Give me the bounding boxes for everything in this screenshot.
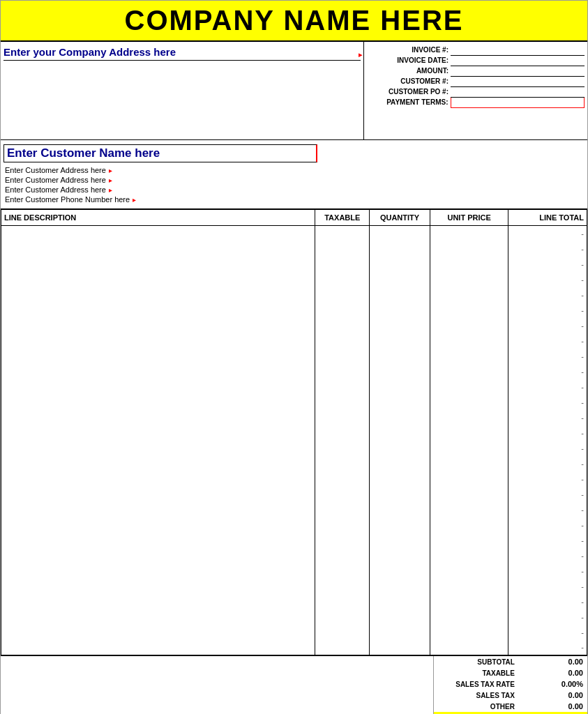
row-quantity[interactable] xyxy=(370,257,430,272)
row-description[interactable] xyxy=(1,303,315,318)
row-description[interactable] xyxy=(1,579,315,594)
row-unitprice[interactable] xyxy=(430,379,508,395)
row-quantity[interactable] xyxy=(370,425,430,441)
row-linetotal[interactable]: - xyxy=(508,609,587,625)
row-unitprice[interactable] xyxy=(430,563,508,579)
row-taxable[interactable] xyxy=(315,241,370,257)
row-taxable[interactable] xyxy=(315,303,370,318)
row-description[interactable] xyxy=(1,425,315,441)
row-taxable[interactable] xyxy=(315,379,370,395)
row-linetotal[interactable]: - xyxy=(508,287,587,303)
table-row[interactable]: - xyxy=(1,226,587,241)
table-row[interactable]: - xyxy=(1,548,587,563)
row-quantity[interactable] xyxy=(370,594,430,609)
table-row[interactable]: - xyxy=(1,594,587,609)
row-taxable[interactable] xyxy=(315,640,370,655)
table-row[interactable]: - xyxy=(1,333,587,349)
other-value[interactable]: 0.00 xyxy=(519,701,587,712)
row-description[interactable] xyxy=(1,594,315,609)
row-linetotal[interactable]: - xyxy=(508,257,587,272)
row-description[interactable] xyxy=(1,241,315,257)
row-linetotal[interactable]: - xyxy=(508,533,587,548)
row-description[interactable] xyxy=(1,548,315,563)
row-quantity[interactable] xyxy=(370,410,430,425)
row-quantity[interactable] xyxy=(370,640,430,655)
row-linetotal[interactable]: - xyxy=(508,640,587,655)
row-description[interactable] xyxy=(1,471,315,487)
row-taxable[interactable] xyxy=(315,471,370,487)
table-row[interactable]: - xyxy=(1,502,587,517)
invoice-date-value[interactable] xyxy=(451,55,585,66)
row-taxable[interactable] xyxy=(315,609,370,625)
row-taxable[interactable] xyxy=(315,257,370,272)
table-row[interactable]: - xyxy=(1,410,587,425)
taxable-value[interactable]: 0.00 xyxy=(519,667,587,678)
row-unitprice[interactable] xyxy=(430,533,508,548)
table-row[interactable]: - xyxy=(1,533,587,548)
table-row[interactable]: - xyxy=(1,640,587,655)
row-linetotal[interactable]: - xyxy=(508,625,587,640)
payment-terms-value[interactable] xyxy=(451,97,585,107)
table-row[interactable]: - xyxy=(1,303,587,318)
row-unitprice[interactable] xyxy=(430,333,508,349)
table-row[interactable]: - xyxy=(1,425,587,441)
row-description[interactable] xyxy=(1,502,315,517)
row-quantity[interactable] xyxy=(370,349,430,364)
table-row[interactable]: - xyxy=(1,287,587,303)
row-description[interactable] xyxy=(1,517,315,533)
row-description[interactable] xyxy=(1,333,315,349)
row-linetotal[interactable]: - xyxy=(508,456,587,471)
row-taxable[interactable] xyxy=(315,395,370,410)
row-unitprice[interactable] xyxy=(430,517,508,533)
row-unitprice[interactable] xyxy=(430,625,508,640)
table-row[interactable]: - xyxy=(1,379,587,395)
row-unitprice[interactable] xyxy=(430,456,508,471)
row-taxable[interactable] xyxy=(315,533,370,548)
row-linetotal[interactable]: - xyxy=(508,272,587,287)
row-quantity[interactable] xyxy=(370,364,430,379)
row-taxable[interactable] xyxy=(315,625,370,640)
row-unitprice[interactable] xyxy=(430,241,508,257)
company-address-field[interactable]: Enter your Company Address here xyxy=(3,46,361,61)
row-description[interactable] xyxy=(1,609,315,625)
row-unitprice[interactable] xyxy=(430,349,508,364)
row-quantity[interactable] xyxy=(370,333,430,349)
table-row[interactable]: - xyxy=(1,395,587,410)
row-linetotal[interactable]: - xyxy=(508,425,587,441)
row-taxable[interactable] xyxy=(315,502,370,517)
row-quantity[interactable] xyxy=(370,272,430,287)
row-description[interactable] xyxy=(1,272,315,287)
row-taxable[interactable] xyxy=(315,364,370,379)
table-row[interactable]: - xyxy=(1,349,587,364)
row-description[interactable] xyxy=(1,563,315,579)
table-row[interactable]: - xyxy=(1,471,587,487)
row-linetotal[interactable]: - xyxy=(508,226,587,241)
customer-name-field[interactable]: Enter Customer Name here xyxy=(3,144,317,162)
row-taxable[interactable] xyxy=(315,456,370,471)
row-description[interactable] xyxy=(1,640,315,655)
row-unitprice[interactable] xyxy=(430,425,508,441)
row-quantity[interactable] xyxy=(370,487,430,502)
row-description[interactable] xyxy=(1,533,315,548)
row-unitprice[interactable] xyxy=(430,579,508,594)
row-linetotal[interactable]: - xyxy=(508,517,587,533)
row-linetotal[interactable]: - xyxy=(508,318,587,333)
customer-address-3[interactable]: Enter Customer Address here xyxy=(3,185,585,195)
row-description[interactable] xyxy=(1,226,315,241)
row-quantity[interactable] xyxy=(370,579,430,594)
row-linetotal[interactable]: - xyxy=(508,563,587,579)
row-linetotal[interactable]: - xyxy=(508,410,587,425)
row-taxable[interactable] xyxy=(315,579,370,594)
row-taxable[interactable] xyxy=(315,318,370,333)
row-taxable[interactable] xyxy=(315,594,370,609)
row-description[interactable] xyxy=(1,364,315,379)
row-description[interactable] xyxy=(1,625,315,640)
table-row[interactable]: - xyxy=(1,487,587,502)
row-taxable[interactable] xyxy=(315,548,370,563)
row-linetotal[interactable]: - xyxy=(508,303,587,318)
row-description[interactable] xyxy=(1,287,315,303)
amount-value[interactable] xyxy=(451,66,585,76)
row-unitprice[interactable] xyxy=(430,364,508,379)
row-unitprice[interactable] xyxy=(430,303,508,318)
row-taxable[interactable] xyxy=(315,287,370,303)
